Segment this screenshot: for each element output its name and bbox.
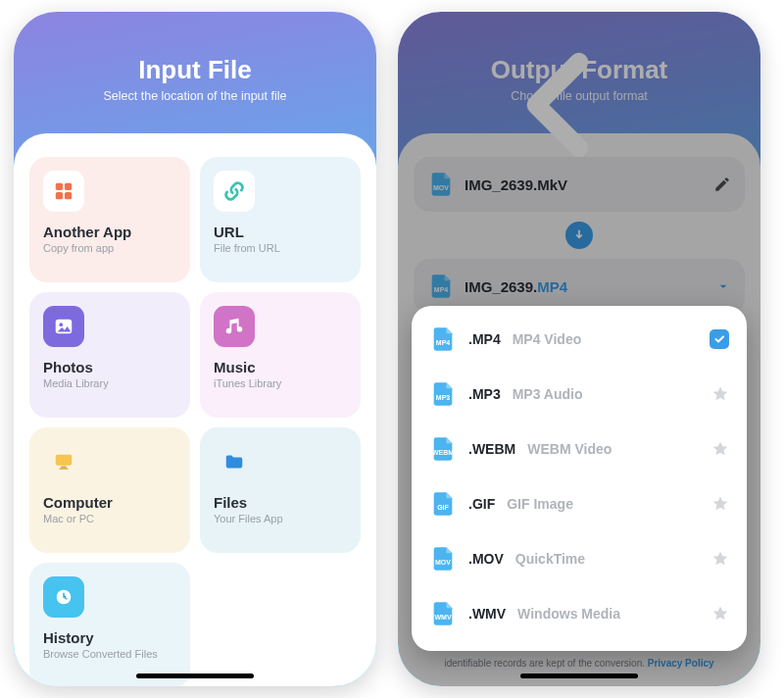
home-indicator[interactable] — [520, 673, 638, 678]
file-icon: WMV — [429, 600, 457, 627]
card-title: Music — [214, 359, 347, 375]
format-desc: WEBM Video — [527, 441, 612, 457]
link-icon — [214, 171, 255, 212]
svg-text:GIF: GIF — [437, 504, 449, 511]
format-ext: .WMV — [468, 606, 506, 622]
svg-text:MP4: MP4 — [436, 339, 451, 346]
format-ext: .GIF — [468, 496, 495, 512]
sources-grid: Another App Copy from app URL File from … — [29, 157, 361, 686]
home-indicator[interactable] — [136, 673, 254, 678]
apps-icon — [43, 171, 84, 212]
card-subtitle: Copy from app — [43, 242, 176, 254]
format-option-mp4[interactable]: MP4.MP4MP4 Video — [412, 312, 747, 367]
photo-icon — [43, 306, 84, 347]
settings-button[interactable] — [335, 29, 357, 51]
clock-icon — [43, 576, 84, 618]
card-title: History — [43, 629, 176, 646]
file-icon: MOV — [429, 545, 457, 573]
page-subtitle: Select the location of the input file — [14, 89, 376, 103]
format-desc: MP4 Video — [513, 331, 582, 347]
card-subtitle: Your Files App — [214, 513, 347, 524]
card-title: URL — [214, 224, 347, 240]
svg-text:MP3: MP3 — [436, 394, 451, 401]
svg-text:WMV: WMV — [434, 614, 451, 621]
left-header: Input File Select the location of the in… — [14, 12, 376, 103]
card-title: Files — [214, 494, 347, 511]
gear-icon — [335, 29, 376, 176]
card-subtitle: iTunes Library — [214, 377, 347, 389]
file-icon: MP4 — [429, 325, 457, 353]
svg-text:WEBM: WEBM — [432, 449, 454, 456]
svg-text:MOV: MOV — [435, 559, 451, 566]
source-photos[interactable]: Photos Media Library — [29, 292, 190, 418]
format-option-wmv[interactable]: WMV.WMVWindows Media — [412, 586, 747, 641]
card-subtitle: File from URL — [214, 242, 347, 254]
star-icon[interactable] — [711, 605, 729, 623]
star-icon[interactable] — [711, 550, 729, 568]
star-icon[interactable] — [711, 495, 729, 513]
format-desc: GIF Image — [507, 496, 573, 512]
format-option-mp3[interactable]: MP3.MP3MP3 Audio — [412, 367, 747, 422]
star-icon[interactable] — [711, 385, 729, 403]
output-format-screen: Output Format Choose file output format … — [398, 12, 760, 686]
source-computer[interactable]: Computer Mac or PC — [29, 427, 190, 553]
file-icon: MP3 — [429, 380, 457, 408]
file-icon: GIF — [429, 490, 457, 518]
card-title: Another App — [43, 224, 176, 240]
format-option-mov[interactable]: MOV.MOVQuickTime — [412, 531, 747, 586]
input-file-screen: Input File Select the location of the in… — [14, 12, 376, 686]
music-icon — [214, 306, 255, 347]
input-sources-sheet: Another App Copy from app URL File from … — [14, 133, 376, 686]
star-icon[interactable] — [711, 440, 729, 458]
checkmark-icon — [710, 329, 729, 349]
source-files[interactable]: Files Your Files App — [200, 427, 361, 553]
format-desc: QuickTime — [515, 551, 585, 567]
format-option-gif[interactable]: GIF.GIFGIF Image — [412, 476, 747, 531]
format-ext: .WEBM — [468, 441, 515, 457]
format-desc: MP3 Audio — [513, 386, 583, 402]
file-icon: WEBM — [429, 435, 457, 463]
card-subtitle: Media Library — [43, 377, 176, 389]
format-desc: Windows Media — [517, 606, 620, 622]
page-title: Input File — [14, 55, 376, 85]
source-music[interactable]: Music iTunes Library — [200, 292, 361, 418]
folder-icon — [214, 441, 255, 482]
format-picker: MP4.MP4MP4 VideoMP3.MP3MP3 AudioWEBM.WEB… — [412, 306, 747, 651]
format-ext: .MOV — [468, 551, 504, 567]
card-title: Photos — [43, 359, 176, 375]
card-subtitle: Mac or PC — [43, 513, 176, 524]
computer-icon — [43, 441, 84, 482]
source-history[interactable]: History Browse Converted Files — [29, 563, 190, 686]
source-another-app[interactable]: Another App Copy from app — [29, 157, 190, 282]
format-ext: .MP3 — [468, 386, 501, 402]
format-option-webm[interactable]: WEBM.WEBMWEBM Video — [412, 422, 747, 476]
card-subtitle: Browse Converted Files — [43, 648, 176, 660]
format-ext: .MP4 — [468, 331, 501, 347]
card-title: Computer — [43, 494, 176, 511]
